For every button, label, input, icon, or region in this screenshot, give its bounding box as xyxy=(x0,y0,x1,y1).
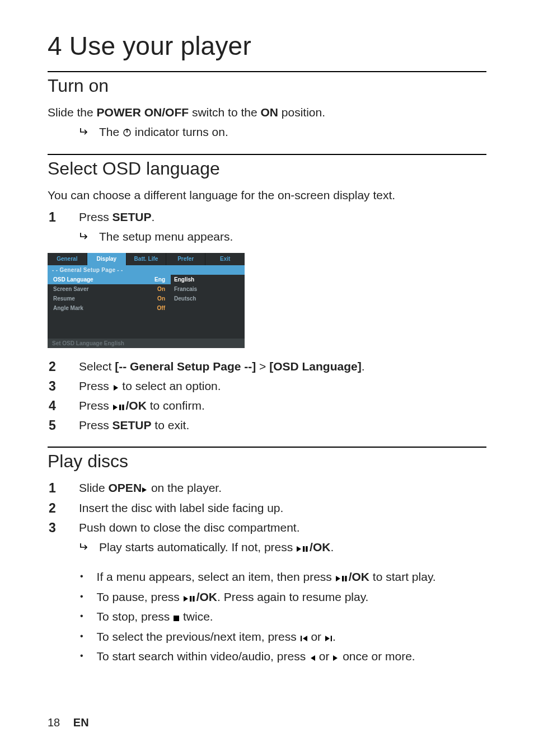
svg-rect-7 xyxy=(345,576,346,581)
svg-rect-4 xyxy=(303,546,305,552)
bullet-icon: • xyxy=(80,649,83,663)
text: twice. xyxy=(180,610,213,623)
osd-body: OSD Language Eng Screen Saver On Resume … xyxy=(48,275,245,316)
bullet-icon: • xyxy=(80,630,83,643)
text: > xyxy=(256,360,269,373)
osd-row-screen-saver: Screen Saver On xyxy=(53,284,165,294)
bullet-content: To start search within video/audio, pres… xyxy=(97,648,486,665)
step-2: 2 Select [-- General Setup Page --] > [O… xyxy=(48,358,486,375)
step-number: 2 xyxy=(49,500,62,517)
step-4: 4 Press /OK to confirm. xyxy=(48,397,486,415)
osd-label: Angle Mark xyxy=(53,305,83,311)
turn-on-instruction: Slide the POWER ON/OFF switch to the ON … xyxy=(48,104,486,120)
text: To pause, press xyxy=(97,590,183,603)
osd-tab-general: General xyxy=(48,253,87,265)
osd-label: Screen Saver xyxy=(53,286,88,292)
divider xyxy=(48,447,486,448)
play-pause-icon xyxy=(113,398,126,415)
bullet-menu-play: • If a menu appears, select an item, the… xyxy=(48,569,486,586)
svg-rect-11 xyxy=(301,636,302,641)
result-text: The setup menu appears. xyxy=(99,228,233,245)
play-pause-icon xyxy=(335,570,349,586)
divider xyxy=(48,154,486,155)
text: To stop, press xyxy=(97,610,174,623)
bullet-search: • To start search within video/audio, pr… xyxy=(48,648,486,665)
open-label: OPEN xyxy=(109,481,142,494)
menu-path-general: [-- General Setup Page --] xyxy=(115,360,256,373)
menu-path-osd-language: [OSD Language] xyxy=(269,360,362,373)
text: . xyxy=(362,360,365,373)
result-arrow-icon xyxy=(80,232,89,242)
step-content: Select [-- General Setup Page --] > [OSD… xyxy=(79,358,486,374)
osd-tabs: General Display Batt. Life Prefer Exit xyxy=(48,253,245,265)
svg-rect-9 xyxy=(193,596,194,602)
osd-row-osd-language: OSD Language Eng xyxy=(48,275,171,284)
play-right-icon xyxy=(113,379,119,395)
osd-subhead: - - General Setup Page - - xyxy=(48,265,245,275)
bullet-content: To select the previous/next item, press … xyxy=(97,628,486,646)
osd-tab-battlife: Batt. Life xyxy=(127,253,166,265)
osd-option-english: English xyxy=(174,275,239,284)
result-text: Play starts automatically. If not, press… xyxy=(99,539,334,556)
osd-option-deutsch: Deutsch xyxy=(174,294,239,303)
text: or xyxy=(316,650,332,663)
step-content: Press SETUP. xyxy=(79,209,486,225)
result-line: The setup menu appears. xyxy=(48,228,486,245)
bullet-content: To pause, press /OK. Press again to resu… xyxy=(97,589,486,606)
step-number: 3 xyxy=(49,378,62,395)
power-indicator-icon xyxy=(123,125,132,141)
step-content: Press SETUP to exit. xyxy=(79,417,486,433)
osd-tab-prefer: Prefer xyxy=(166,253,206,265)
result-line: The indicator turns on. xyxy=(48,124,486,141)
text: To select the previous/next item, press xyxy=(97,630,300,643)
prev-track-icon xyxy=(300,630,308,646)
text: Press xyxy=(79,419,113,431)
bullet-prev-next: • To select the previous/next item, pres… xyxy=(48,628,486,646)
osd-label: OSD Language xyxy=(53,276,93,283)
osd-tab-display: Display xyxy=(87,253,127,265)
stop-icon xyxy=(173,609,180,626)
ok-label: /OK xyxy=(126,399,147,412)
section-osd-title: Select OSD language xyxy=(48,158,486,179)
bullet-pause: • To pause, press /OK. Press again to re… xyxy=(48,589,486,606)
text: Press xyxy=(79,379,113,392)
bullet-icon: • xyxy=(80,570,83,583)
osd-left-column: OSD Language Eng Screen Saver On Resume … xyxy=(48,275,171,316)
ok-label: /OK xyxy=(349,570,369,583)
osd-intro: You can choose a different language for … xyxy=(48,187,486,203)
bullet-content: If a menu appears, select an item, then … xyxy=(97,569,486,586)
text: If a menu appears, select an item, then … xyxy=(97,570,335,583)
text: Select xyxy=(79,360,115,373)
play-step-3: 3 Push down to close the disc compartmen… xyxy=(48,519,486,537)
osd-right-column: English Francais Deutsch xyxy=(171,275,245,316)
text: . xyxy=(330,541,334,553)
osd-value: Off xyxy=(157,305,165,311)
result-line: Play starts automatically. If not, press… xyxy=(48,539,486,556)
svg-rect-12 xyxy=(331,636,332,641)
step-number: 5 xyxy=(49,417,62,434)
text: indicator turns on. xyxy=(132,125,228,138)
chapter-title: 4 Use your player xyxy=(48,31,486,61)
text: Play starts automatically. If not, press xyxy=(99,541,296,553)
power-switch-label: POWER ON/OFF xyxy=(97,106,189,119)
play-right-icon xyxy=(142,481,148,497)
text: position. xyxy=(278,106,325,119)
page-number: 18 xyxy=(48,716,60,729)
step-3: 3 Press to select an option. xyxy=(48,378,486,395)
play-pause-icon xyxy=(183,590,196,606)
svg-rect-3 xyxy=(122,405,124,410)
osd-tab-exit: Exit xyxy=(205,253,245,265)
svg-rect-2 xyxy=(119,405,121,410)
next-track-icon xyxy=(325,630,332,646)
play-step-1: 1 Slide OPEN on the player. xyxy=(48,480,486,497)
step-content: Press /OK to confirm. xyxy=(79,397,486,415)
text: To start search within video/audio, pres… xyxy=(97,650,309,663)
section-play-discs-title: Play discs xyxy=(48,451,486,472)
osd-footer: Set OSD Language English xyxy=(48,339,245,348)
osd-value: On xyxy=(157,286,165,292)
setup-button-label: SETUP xyxy=(113,419,152,431)
osd-option-francais: Francais xyxy=(174,284,239,294)
osd-menu-screenshot: General Display Batt. Life Prefer Exit -… xyxy=(48,253,245,348)
text: once or more. xyxy=(339,650,415,663)
ok-label: /OK xyxy=(196,590,217,603)
